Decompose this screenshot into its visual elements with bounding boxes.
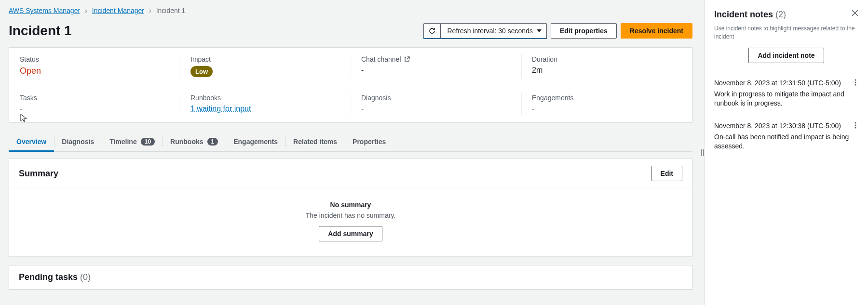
tab-related-items[interactable]: Related items — [285, 132, 345, 151]
status-value: Open — [20, 66, 169, 76]
svg-point-4 — [855, 124, 856, 126]
no-summary-title: No summary — [19, 201, 682, 209]
tab-timeline-count: 10 — [141, 138, 155, 146]
engagements-label: Engagements — [532, 94, 681, 102]
pending-tasks-count: (0) — [80, 272, 91, 282]
resolve-incident-button[interactable]: Resolve incident — [621, 23, 692, 39]
svg-point-0 — [855, 79, 856, 80]
close-notes-button[interactable] — [852, 10, 858, 16]
note-menu-button[interactable] — [853, 122, 858, 129]
note-item: November 8, 2023 at 12:30:38 (UTC-5:00) … — [714, 122, 858, 156]
duration-label: Duration — [532, 55, 681, 63]
chat-channel-value: - — [361, 66, 511, 75]
pending-tasks-panel: Pending tasks (0) — [9, 265, 692, 290]
diagnosis-value: - — [361, 105, 511, 113]
external-link-icon — [404, 56, 410, 62]
caret-down-icon — [537, 29, 542, 32]
kebab-icon — [854, 122, 856, 129]
breadcrumb-current: Incident 1 — [156, 7, 186, 14]
refresh-button[interactable] — [423, 23, 441, 39]
note-timestamp: November 8, 2023 at 12:31:50 (UTC-5:00) — [714, 79, 841, 87]
add-summary-button[interactable]: Add summary — [319, 226, 382, 241]
tab-timeline[interactable]: Timeline10 — [102, 132, 163, 151]
note-body: Work in progress to mitigate the impact … — [714, 90, 858, 108]
tab-diagnosis[interactable]: Diagnosis — [54, 132, 102, 151]
runbooks-waiting-link[interactable]: 1 waiting for input — [190, 105, 251, 113]
status-label: Status — [20, 55, 169, 63]
tasks-label: Tasks — [20, 94, 169, 102]
chat-channel-label: Chat channel — [361, 55, 511, 63]
header-actions: Refresh interval: 30 seconds Edit proper… — [423, 23, 693, 39]
notes-title: Incident notes — [714, 10, 773, 19]
close-icon — [852, 10, 858, 16]
resize-handle[interactable] — [700, 147, 705, 159]
tabs: Overview Diagnosis Timeline10 Runbooks1 … — [9, 132, 692, 152]
tab-properties[interactable]: Properties — [345, 132, 393, 151]
tab-runbooks[interactable]: Runbooks1 — [163, 132, 226, 151]
no-summary-desc: The incident has no summary. — [19, 212, 682, 219]
svg-point-3 — [855, 122, 856, 123]
refresh-icon — [428, 27, 436, 35]
notes-description: Use incident notes to highlight messages… — [714, 25, 858, 41]
tasks-value: - — [20, 105, 169, 113]
add-incident-note-button[interactable]: Add incident note — [748, 48, 824, 63]
breadcrumb-root[interactable]: AWS Systems Manager — [9, 7, 80, 14]
engagements-value: - — [532, 105, 681, 113]
refresh-interval-label: Refresh interval: 30 seconds — [448, 27, 533, 35]
svg-point-1 — [855, 81, 856, 83]
summary-panel: Summary Edit No summary The incident has… — [9, 159, 692, 256]
tab-runbooks-count: 1 — [207, 138, 218, 146]
note-menu-button[interactable] — [853, 79, 858, 86]
tab-engagements[interactable]: Engagements — [226, 132, 285, 151]
notes-count: (2) — [775, 10, 786, 19]
edit-properties-button[interactable]: Edit properties — [551, 23, 617, 39]
incident-notes-panel: Incident notes (2) Use incident notes to… — [704, 0, 868, 305]
svg-point-5 — [855, 127, 856, 128]
note-timestamp: November 8, 2023 at 12:30:38 (UTC-5:00) — [714, 122, 841, 130]
metrics-panel: Status Open Impact Low Chat channel - Du… — [9, 47, 692, 122]
breadcrumb-parent[interactable]: Incident Manager — [92, 7, 144, 14]
runbooks-label: Runbooks — [190, 94, 340, 102]
summary-heading: Summary — [19, 169, 58, 179]
page-title: Incident 1 — [9, 23, 72, 39]
tab-overview[interactable]: Overview — [9, 132, 54, 151]
impact-label: Impact — [190, 55, 340, 63]
edit-summary-button[interactable]: Edit — [651, 166, 682, 181]
note-body: On-call has been notified and impact is … — [714, 133, 858, 151]
chevron-right-icon: › — [85, 7, 87, 14]
refresh-interval-dropdown[interactable]: Refresh interval: 30 seconds — [441, 23, 547, 39]
diagnosis-label: Diagnosis — [361, 94, 511, 102]
note-item: November 8, 2023 at 12:31:50 (UTC-5:00) … — [714, 79, 858, 113]
pending-tasks-title: Pending tasks — [19, 272, 78, 282]
kebab-icon — [854, 79, 856, 86]
duration-value: 2m — [532, 66, 681, 75]
chevron-right-icon: › — [149, 7, 151, 14]
impact-badge: Low — [190, 66, 213, 77]
svg-point-2 — [855, 84, 856, 85]
breadcrumb: AWS Systems Manager › Incident Manager ›… — [9, 7, 692, 14]
